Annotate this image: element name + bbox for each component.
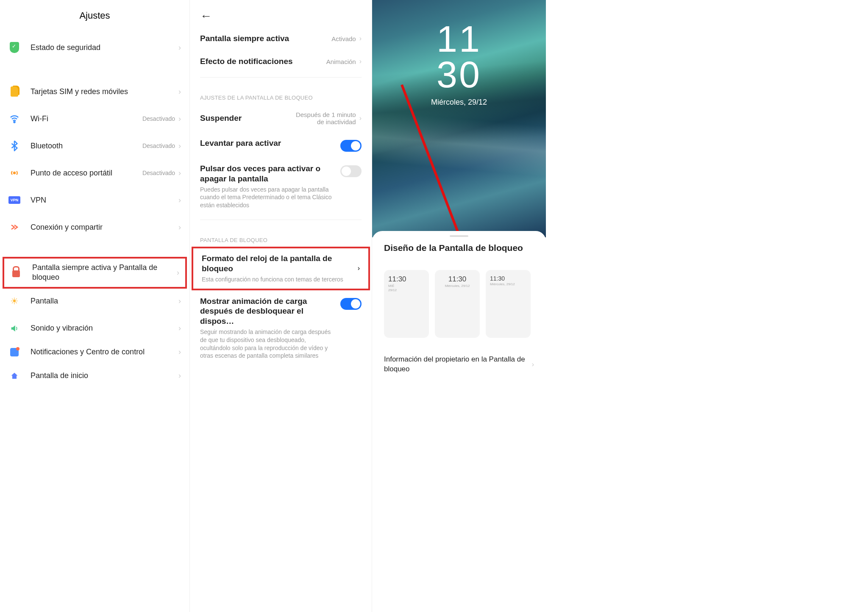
svg-point-1 [14, 172, 15, 174]
toggle-charge-animation[interactable] [340, 298, 362, 310]
layout-subtext: 29/12 [388, 288, 425, 292]
chevron-right-icon: › [177, 268, 179, 277]
settings-item-status: Desactivado [142, 170, 175, 176]
lockscreen-wallpaper-preview: 11 30 Miércoles, 29/12 [372, 0, 546, 237]
hotspot-icon [8, 167, 20, 179]
settings-item-label: VPN [31, 196, 178, 205]
settings-item-hotspot[interactable]: Punto de acceso portátil Desactivado › [0, 159, 189, 186]
layout-option-left[interactable]: 11:30 MIÉ 29/12 [384, 270, 429, 338]
setting-label: Información del propietario en la Pantal… [384, 355, 532, 374]
settings-item-display[interactable]: ☀ Pantalla › [0, 288, 189, 315]
setting-double-tap[interactable]: Pulsar dos veces para activar o apagar l… [190, 158, 372, 215]
highlighted-setting-clock-format: Formato del reloj de la pantalla de bloq… [192, 247, 370, 290]
settings-item-connection-share[interactable]: Conexión y compartir › [0, 214, 189, 241]
setting-value: Después de 1 minuto de inactividad [292, 111, 356, 125]
setting-label: Levantar para activar [200, 138, 335, 148]
design-bottom-sheet: Diseño de la Pantalla de bloqueo 11:30 M… [372, 231, 546, 612]
settings-root-panel: Ajustes Estado de seguridad › Tarjetas S… [0, 0, 190, 612]
settings-item-label: Wi-Fi [31, 114, 142, 123]
settings-item-bluetooth[interactable]: Bluetooth Desactivado › [0, 132, 189, 159]
settings-item-home[interactable]: Pantalla de inicio › [0, 362, 189, 389]
setting-label: Efecto de notificaciones [200, 57, 326, 66]
settings-item-label: Pantalla [31, 297, 178, 306]
setting-notification-effect[interactable]: Efecto de notificaciones Animación › [190, 50, 372, 73]
section-header-lockscreen: PANTALLA DE BLOQUEO [190, 224, 372, 247]
sim-icon [8, 86, 20, 97]
layout-time: 11:30 [439, 275, 476, 284]
svg-point-0 [14, 122, 15, 123]
notifications-icon [8, 346, 20, 358]
vpn-icon: VPN [8, 194, 20, 206]
settings-item-label: Tarjetas SIM y redes móviles [31, 87, 178, 96]
chevron-right-icon: › [178, 142, 181, 150]
chevron-right-icon: › [178, 169, 181, 178]
chevron-right-icon: › [178, 371, 181, 380]
lockscreen-clock: 11 30 [372, 0, 546, 92]
setting-label: Pulsar dos veces para activar o apagar l… [200, 164, 335, 184]
settings-item-label: Pantalla de inicio [31, 371, 178, 380]
layout-options: 11:30 MIÉ 29/12 11:30 Miércoles, 29/12 1… [384, 270, 534, 338]
setting-label: Formato del reloj de la pantalla de bloq… [202, 253, 358, 274]
setting-owner-info[interactable]: Información del propietario en la Pantal… [384, 355, 534, 374]
setting-raise-to-wake[interactable]: Levantar para activar [190, 132, 372, 158]
chevron-right-icon: › [359, 58, 362, 65]
layout-subtext: Miércoles, 29/12 [439, 284, 476, 288]
lockscreen-design-panel: 11 30 Miércoles, 29/12 Diseño de la Pant… [372, 0, 546, 612]
chevron-right-icon: › [178, 348, 181, 356]
home-icon [8, 370, 20, 382]
chevron-right-icon: › [532, 361, 534, 368]
setting-value: Activado [331, 35, 356, 42]
layout-subtext: Miércoles, 29/12 [490, 282, 526, 286]
settings-item-sound[interactable]: Sonido y vibración › [0, 315, 189, 342]
chevron-right-icon: › [178, 196, 181, 205]
chevron-right-icon: › [178, 114, 181, 123]
chevron-right-icon: › [178, 43, 181, 52]
setting-aod[interactable]: Pantalla siempre activa Activado › [190, 27, 372, 50]
settings-item-wifi[interactable]: Wi-Fi Desactivado › [0, 105, 189, 132]
lock-icon [10, 267, 22, 278]
setting-label: Pantalla siempre activa [200, 34, 331, 43]
clock-minutes: 30 [372, 57, 546, 92]
settings-item-label: Pantalla siempre activa y Pantalla de bl… [32, 263, 177, 283]
chevron-right-icon: › [359, 114, 362, 122]
layout-option-center[interactable]: 11:30 Miércoles, 29/12 [435, 270, 480, 338]
highlighted-setting-aod-lockscreen: Pantalla siempre activa y Pantalla de bl… [3, 257, 187, 289]
setting-description: Seguir mostrando la animación de carga d… [200, 328, 335, 360]
layout-option-left-small[interactable]: 11:30 Miércoles, 29/12 [486, 270, 531, 338]
sheet-title: Diseño de la Pantalla de bloqueo [384, 243, 534, 253]
settings-item-notifications[interactable]: Notificaciones y Centro de control › [0, 342, 189, 362]
settings-item-label: Notificaciones y Centro de control [31, 347, 178, 357]
settings-item-label: Estado de seguridad [31, 43, 178, 52]
settings-item-aod-lockscreen[interactable]: Pantalla siempre activa y Pantalla de bl… [4, 259, 185, 287]
settings-item-label: Punto de acceso portátil [31, 169, 142, 178]
layout-time: 11:30 [388, 275, 425, 284]
settings-item-label: Conexión y compartir [31, 223, 178, 232]
back-button[interactable]: ← [190, 0, 372, 27]
chevron-right-icon: › [178, 223, 181, 232]
setting-clock-format[interactable]: Formato del reloj de la pantalla de bloq… [193, 248, 368, 288]
toggle-raise-to-wake[interactable] [340, 140, 362, 152]
settings-item-sim[interactable]: Tarjetas SIM y redes móviles › [0, 78, 189, 105]
layout-time: 11:30 [490, 275, 526, 282]
chevron-right-icon: › [358, 264, 360, 272]
setting-label: Mostrar animación de carga después de de… [200, 296, 335, 326]
setting-label: Suspender [200, 114, 292, 123]
settings-item-status: Desactivado [142, 115, 175, 122]
settings-item-label: Bluetooth [31, 142, 142, 150]
lockscreen-date: Miércoles, 29/12 [372, 98, 546, 107]
chevron-right-icon: › [359, 35, 362, 42]
setting-value: Animación [326, 58, 356, 65]
section-header-lockscreen-settings: AJUSTES DE LA PANTALLA DE BLOQUEO [190, 82, 372, 104]
settings-item-vpn[interactable]: VPN VPN › [0, 186, 189, 214]
setting-description: Esta configuración no funciona con temas… [202, 275, 358, 284]
chevron-right-icon: › [178, 87, 181, 96]
wifi-icon [8, 113, 20, 125]
toggle-double-tap[interactable] [340, 165, 362, 177]
settings-item-status: Desactivado [142, 142, 175, 149]
clock-hours: 11 [372, 21, 546, 57]
layout-subtext: MIÉ [388, 284, 425, 288]
setting-sleep[interactable]: Suspender Después de 1 minuto de inactiv… [190, 104, 372, 132]
settings-item-security[interactable]: Estado de seguridad › [0, 34, 189, 61]
setting-charge-animation[interactable]: Mostrar animación de carga después de de… [190, 290, 372, 366]
sun-icon: ☀ [8, 295, 20, 307]
